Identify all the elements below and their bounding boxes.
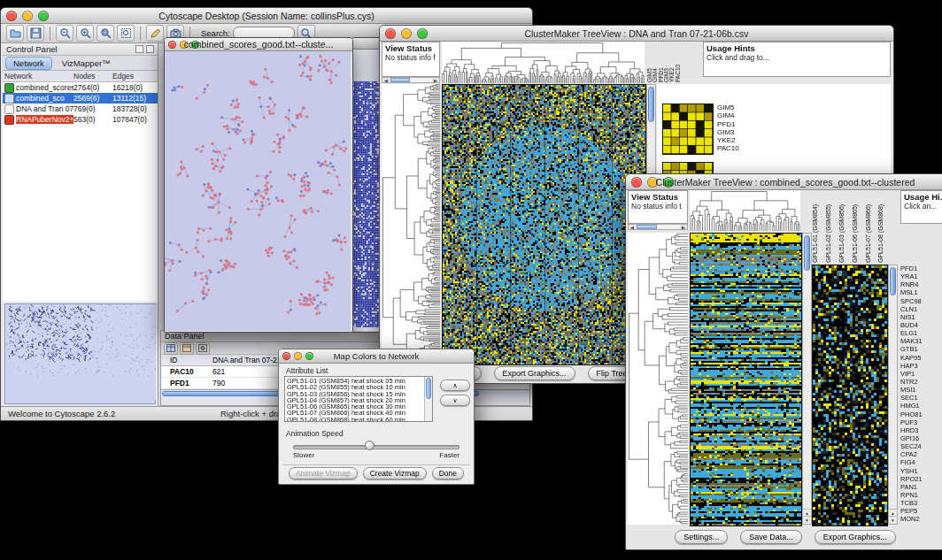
float-panel-icon[interactable] [135,45,143,53]
annotation-icon[interactable] [146,25,164,42]
network-list-item[interactable]: combined_sco 2569(6) 13112(15) [3,93,158,104]
column-dendrogram-canvas[interactable] [442,42,645,83]
scroll-down-icon[interactable] [889,516,897,524]
gene-label[interactable]: TCB3 [900,499,941,507]
gene-label[interactable]: RPN1 [900,491,941,499]
treeview-button[interactable]: Settings... [675,530,728,544]
col-edges[interactable]: Edges [112,72,158,81]
rotated-column-label[interactable]: GPL51-07 (GSM866) [865,190,876,263]
matrix-gene-label[interactable]: GIM4 [717,111,739,119]
correlation-matrix-canvas[interactable] [662,104,714,155]
main-titlebar[interactable]: Cytoscape Desktop (Session Name: collins… [1,8,532,24]
treeview-button[interactable]: Export Graphics... [494,366,575,380]
treeview-button[interactable]: Save Data... [740,530,802,544]
save-session-icon[interactable] [27,25,44,42]
gene-label[interactable]: YRA1 [900,272,941,280]
treeview-dna-titlebar[interactable]: ClusterMaker TreeView : DNA and Tran 07-… [380,26,893,42]
gene-label[interactable]: MON2 [900,515,941,523]
gene-label[interactable]: FIG4 [900,458,941,466]
vscroll-thumb[interactable] [426,378,431,399]
list-vscrollbar[interactable] [424,377,432,421]
rotated-column-label[interactable]: GPL51-01 (GSM854) [812,190,822,263]
treeview-button[interactable]: Export Graphics... [815,530,896,544]
scroll-right-icon[interactable] [680,225,687,230]
gene-label[interactable]: BUD4 [900,321,941,329]
attribute-editor-icon[interactable] [180,342,194,355]
dialog-button[interactable]: Done [432,467,464,479]
attribute-list-item[interactable]: GPL51-08 (GSM868) heat shock 60 min [287,417,423,422]
gene-label[interactable]: MAK31 [900,337,941,345]
treeview-combined-titlebar[interactable]: ClusterMaker TreeView : combined_scores_… [626,174,942,190]
dialog-titlebar[interactable]: Map Colors to Network [279,349,474,364]
gene-label[interactable]: VIP1 [900,370,941,378]
network-graph-canvas[interactable] [165,51,351,331]
move-down-button[interactable]: ∨ [440,395,470,406]
control-panel-tab[interactable]: VizMapper™ [55,58,118,69]
gene-label[interactable]: SEC1 [900,394,941,402]
gene-label[interactable]: MSL1 [900,288,941,296]
attribute-matrix-icon[interactable] [196,342,210,355]
scroll-track[interactable] [636,225,680,229]
rotated-gene-label[interactable]: GIM4 [652,42,657,82]
gene-label[interactable]: CLN1 [900,305,941,313]
zoom-in-icon[interactable] [76,25,94,42]
network-list-item[interactable]: combined_scores 2764(0) 16218(0) [3,82,158,93]
rotated-column-label[interactable]: GPL51-03 (GSM856) [838,190,849,263]
gene-label[interactable]: KAP95 [900,354,941,362]
heatmap-canvas[interactable] [690,233,802,526]
gene-label[interactable]: SEC24 [900,442,941,450]
select-attributes-icon[interactable] [164,342,178,355]
rotated-column-label[interactable]: GPL51-02 (GSM855) [825,190,836,263]
scroll-track[interactable] [390,78,432,82]
scroll-thumb[interactable] [637,225,657,229]
gene-label[interactable]: GPI16 [900,434,941,442]
scroll-left-icon[interactable] [382,78,390,83]
close-panel-icon[interactable] [146,45,154,53]
mini-hscrollbar[interactable] [382,77,440,83]
dense-network-canvas[interactable] [351,50,382,331]
network-list-item[interactable]: RNAPuberNov2+ 563(0) 107847(0) [3,114,158,125]
matrix-gene-label[interactable]: YKE2 [717,136,739,144]
rotated-column-label[interactable]: GPL51-08 (GSM868) [877,190,888,263]
scroll-down-icon[interactable] [803,516,811,524]
open-session-icon[interactable] [6,25,24,42]
attribute-list-item[interactable]: GPL51-06 (GSM865) heat shock 30 min [287,403,423,410]
scroll-thumb[interactable] [390,78,410,82]
attribute-list-item[interactable]: GPL51-07 (GSM866) heat shock 40 min [287,410,423,416]
slider-track[interactable] [293,445,459,449]
vscroll-thumb[interactable] [648,87,654,122]
gene-label[interactable]: RNR4 [900,280,941,288]
gene-label[interactable]: YSH1 [900,467,941,475]
gene-label[interactable]: NTR2 [900,378,941,386]
gene-label[interactable]: PAN1 [900,483,941,491]
matrix-gene-label[interactable]: PAC10 [717,144,739,152]
scroll-right-icon[interactable] [432,78,439,83]
attribute-list-item[interactable]: GPL51-03 (GSM856) heat shock 15 min [287,391,423,397]
zoom-selected-icon[interactable] [117,25,135,42]
col-network[interactable]: Network [4,72,73,81]
attribute-list-item[interactable]: GPL51-01 (GSM854) heat shock 05 min [287,378,423,384]
attribute-list[interactable]: GPL51-01 (GSM854) heat shock 05 minGPL51… [284,376,433,422]
network-list-item[interactable]: DNA and Tran 07 769(0) 183728(0) [3,104,158,114]
vscroll-thumb[interactable] [890,267,896,295]
gene-label[interactable]: PHO81 [900,410,941,418]
gene-label[interactable]: HRD3 [900,426,941,434]
gene-label[interactable]: PUF3 [900,418,941,426]
rotated-gene-label[interactable]: PAC10 [675,42,680,82]
row-dendrogram-canvas[interactable] [628,233,688,525]
zoom-out-icon[interactable] [56,25,73,42]
rotated-column-label[interactable]: GPL51-06 (GSM865) [852,190,862,263]
gene-label[interactable]: HMG1 [900,402,941,410]
attribute-list-item[interactable]: GPL51-04 (GSM857) heat shock 20 min [287,397,423,403]
gene-label[interactable]: RPO21 [900,475,941,483]
gene-label[interactable]: SPC98 [900,297,941,305]
control-panel-tab[interactable]: Network [5,57,52,70]
row-dendrogram-canvas[interactable] [382,84,440,364]
gene-label[interactable]: ELG1 [900,329,941,337]
gene-label[interactable]: HAP3 [900,362,941,370]
col-id[interactable]: ID [170,356,212,364]
matrix-gene-label[interactable]: GIM5 [717,104,739,111]
overview-canvas[interactable] [5,304,156,400]
network-window-titlebar[interactable]: combined_scores_good.txt--cluste... [165,38,352,51]
heatmap-vscrollbar[interactable] [802,233,812,525]
